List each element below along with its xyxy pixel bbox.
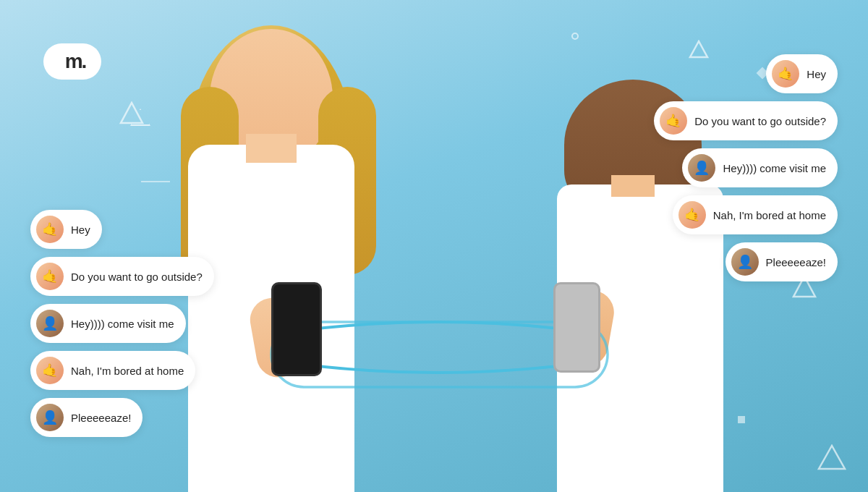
bubble-text-right-5: Pleeeeeaze! — [766, 256, 826, 268]
chat-bubble-right-1: 🤙 Hey — [766, 54, 838, 93]
bubble-text-right-1: Hey — [807, 68, 826, 80]
avatar-left-4: 🤙 — [36, 357, 64, 384]
chat-bubble-left-5: 👤 Pleeeeeaze! — [30, 398, 142, 437]
avatar-left-1: 🤙 — [36, 216, 64, 243]
avatar-right-5: 👤 — [731, 248, 759, 276]
chat-bubble-left-2: 🤙 Do you want to go outside? — [30, 257, 214, 296]
chat-bubble-right-3: 👤 Hey)))) come visit me — [682, 148, 838, 187]
bubble-text-left-3: Hey)))) come visit me — [71, 318, 174, 330]
logo: m. — [43, 43, 101, 80]
bubble-text-left-4: Nah, I'm bored at home — [71, 365, 184, 377]
bubble-text-right-2: Do you want to go outside? — [694, 115, 826, 127]
bubble-text-left-5: Pleeeeeaze! — [71, 412, 131, 424]
bubble-text-right-3: Hey)))) come visit me — [723, 162, 826, 174]
phone-right — [553, 282, 600, 373]
avatar-left-3: 👤 — [36, 310, 64, 337]
deco-square-1 — [738, 416, 745, 423]
child-figure — [542, 0, 738, 492]
deco-triangle-corner — [817, 444, 846, 470]
woman-figure — [159, 0, 383, 492]
bubble-text-right-4: Nah, I'm bored at home — [713, 209, 826, 221]
avatar-right-3: 👤 — [688, 154, 715, 182]
deco-triangle-2 — [119, 101, 145, 124]
avatar-right-1: 🤙 — [772, 60, 799, 88]
avatar-right-2: 🤙 — [660, 107, 687, 135]
svg-marker-3 — [819, 446, 845, 469]
chat-bubble-right-5: 👤 Pleeeeeaze! — [726, 242, 838, 281]
avatar-left-5: 👤 — [36, 404, 64, 431]
avatar-right-4: 🤙 — [678, 201, 706, 229]
avatar-left-2: 🤙 — [36, 263, 64, 290]
chat-bubble-left-4: 🤙 Nah, I'm bored at home — [30, 351, 195, 390]
bubble-text-left-2: Do you want to go outside? — [71, 271, 203, 283]
phone-left — [271, 282, 322, 376]
chat-bubble-right-4: 🤙 Nah, I'm bored at home — [673, 195, 838, 234]
logo-text: m. — [43, 43, 101, 80]
chat-bubble-left-1: 🤙 Hey — [30, 210, 102, 249]
chat-bubble-left-3: 👤 Hey)))) come visit me — [30, 304, 186, 343]
bubble-text-left-1: Hey — [71, 224, 90, 236]
chat-bubble-right-2: 🤙 Do you want to go outside? — [654, 101, 838, 140]
svg-marker-0 — [121, 103, 142, 123]
